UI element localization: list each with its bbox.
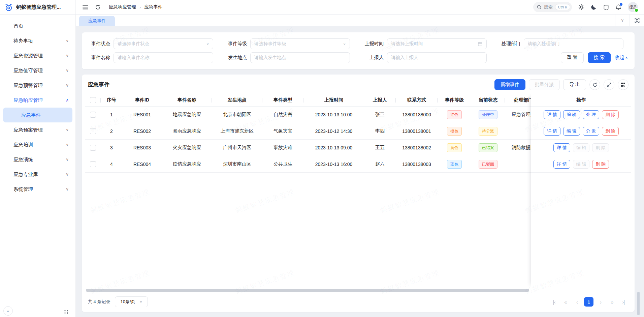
chevron-down-icon: ∨ bbox=[66, 172, 69, 177]
cell-location: 北京市朝阳区 bbox=[212, 107, 262, 123]
cell-time: 2023-10-13 16:00 bbox=[303, 156, 364, 172]
hamburger-icon bbox=[83, 5, 88, 9]
detail-button[interactable]: 详 情 bbox=[553, 143, 570, 152]
sidebar-item-0[interactable]: 首页 bbox=[0, 19, 75, 33]
collapse-filters-link[interactable]: 收起 ∧ bbox=[615, 55, 628, 61]
cell-status: 已结案 bbox=[471, 140, 505, 156]
assign-button[interactable]: 分 派 bbox=[583, 127, 600, 136]
tab-emergency-events[interactable]: 应急事件 bbox=[79, 16, 115, 26]
sidebar-item-5[interactable]: 应急响应管理∧ bbox=[0, 93, 75, 108]
chevron-down-icon: ∨ bbox=[621, 18, 624, 23]
reset-button[interactable]: 重 置 bbox=[561, 52, 584, 63]
select-all-checkbox[interactable] bbox=[90, 97, 96, 103]
report-time-date-picker[interactable]: 请选择上报时间 bbox=[387, 38, 487, 49]
refresh-icon bbox=[592, 82, 598, 87]
page-next-jump[interactable]: » bbox=[608, 297, 616, 306]
cell-seq: 3 bbox=[101, 140, 122, 156]
breadcrumb-separator-icon: › bbox=[139, 5, 141, 10]
event-status-select[interactable]: 请选择事件状态∨ bbox=[114, 38, 213, 49]
reporter-input[interactable]: 请输入上报人 bbox=[387, 52, 487, 63]
row-checkbox-cell bbox=[85, 140, 101, 156]
handle-dept-input[interactable]: 请输入处理部门 bbox=[524, 38, 623, 49]
page-prev[interactable]: ‹ bbox=[573, 297, 581, 306]
dark-mode-button[interactable] bbox=[591, 4, 597, 10]
placeholder-text: 请选择上报时间 bbox=[391, 41, 478, 47]
row-checkbox[interactable] bbox=[90, 112, 96, 118]
tab-maximize-button[interactable] bbox=[630, 15, 644, 26]
global-search-input[interactable]: 搜索 Ctrl K bbox=[533, 2, 572, 12]
column-settings-button[interactable] bbox=[618, 79, 629, 90]
app-title: 蚂蚁智慧应急管理... bbox=[16, 4, 61, 10]
row-checkbox[interactable] bbox=[90, 145, 96, 151]
sidebar-item-label: 应急预警管理 bbox=[13, 82, 66, 89]
settings-button[interactable] bbox=[578, 4, 584, 10]
sidebar-item-11[interactable]: 系统管理∨ bbox=[0, 182, 75, 197]
sidebar-item-2[interactable]: 应急资源管理∨ bbox=[0, 48, 75, 63]
event-location-input[interactable]: 请输入发生地点 bbox=[250, 52, 350, 63]
detail-button[interactable]: 详 情 bbox=[553, 160, 570, 169]
sidebar-subitem-label: 应急事件 bbox=[21, 112, 41, 118]
row-checkbox-cell bbox=[85, 107, 101, 123]
edit-button[interactable]: 编 辑 bbox=[563, 127, 580, 136]
row-checkbox-cell bbox=[85, 156, 101, 172]
table-panel: 应急事件 新增事件 批量分派 导 出 bbox=[82, 75, 635, 312]
sidebar-collapse-button[interactable]: « bbox=[3, 306, 13, 316]
sidebar-item-7[interactable]: 应急预案管理∨ bbox=[0, 122, 75, 137]
row-checkbox[interactable] bbox=[90, 128, 96, 134]
gear-icon bbox=[578, 4, 584, 10]
sidebar-item-3[interactable]: 应急值守管理∨ bbox=[0, 63, 75, 78]
col-phone: 联系方式 bbox=[396, 94, 438, 106]
avatar[interactable]: 理员 bbox=[628, 2, 638, 12]
filter-field-report-time: 上报时间请选择上报时间 bbox=[362, 38, 487, 49]
page-prev-jump[interactable]: « bbox=[561, 297, 570, 306]
event-level-select[interactable]: 请选择事件等级∨ bbox=[250, 38, 350, 49]
sidebar-item-9[interactable]: 应急演练∨ bbox=[0, 152, 75, 167]
delete-button[interactable]: 删 除 bbox=[592, 160, 609, 169]
delete-button[interactable]: 删 除 bbox=[602, 110, 619, 119]
row-actions-4: 详 情编 辑删 除 bbox=[531, 156, 631, 173]
chevron-down-icon: ∨ bbox=[66, 38, 69, 43]
notifications-button[interactable] bbox=[615, 4, 621, 10]
refresh-page-button[interactable] bbox=[95, 4, 101, 10]
cell-level: 橙色 bbox=[438, 123, 471, 139]
row-actions-2: 详 情编 辑分 派删 除 bbox=[531, 123, 631, 140]
sidebar-item-4[interactable]: 应急预警管理∨ bbox=[0, 78, 75, 93]
batch-assign-button[interactable]: 批量分派 bbox=[529, 79, 560, 90]
row-checkbox[interactable] bbox=[90, 161, 96, 167]
horizontal-scrollbar[interactable] bbox=[86, 289, 529, 292]
sidebar-item-label: 应急值守管理 bbox=[13, 67, 66, 74]
menu-toggle-button[interactable] bbox=[83, 5, 88, 9]
process-button[interactable]: 处 理 bbox=[583, 110, 600, 119]
sidebar-item-label: 应急预案管理 bbox=[13, 127, 66, 133]
export-button[interactable]: 导 出 bbox=[563, 79, 586, 90]
cell-level: 黄色 bbox=[438, 140, 471, 156]
table-fullscreen-button[interactable] bbox=[604, 79, 614, 90]
add-event-button[interactable]: 新增事件 bbox=[494, 79, 525, 90]
tab-menu-button[interactable]: ∨ bbox=[615, 15, 630, 26]
page-first[interactable]: |‹ bbox=[550, 297, 558, 306]
vertical-scrollbar[interactable] bbox=[637, 292, 640, 315]
page-current[interactable]: 1 bbox=[584, 297, 593, 307]
search-button[interactable]: 搜 索 bbox=[588, 52, 611, 63]
page-size-select[interactable]: 10条/页 ▼ bbox=[115, 296, 148, 307]
edit-button[interactable]: 编 辑 bbox=[563, 110, 580, 119]
filter-panel: 事件状态请选择事件状态∨事件等级请选择事件等级∨上报时间请选择上报时间处理部门请… bbox=[82, 32, 635, 69]
sidebar-grip-icon[interactable] bbox=[64, 310, 68, 315]
sidebar-item-1[interactable]: 待办事项∨ bbox=[0, 33, 75, 48]
page-last[interactable]: ›| bbox=[619, 297, 628, 306]
table-refresh-button[interactable] bbox=[589, 79, 600, 90]
cell-seq: 1 bbox=[101, 107, 122, 123]
detail-button[interactable]: 详 情 bbox=[544, 127, 560, 136]
page-next[interactable]: › bbox=[596, 297, 605, 306]
sidebar-item-10[interactable]: 应急专业库∨ bbox=[0, 167, 75, 182]
breadcrumb-parent[interactable]: 应急响应管理 bbox=[109, 4, 136, 10]
sidebar-subitem-6[interactable]: 应急事件 bbox=[3, 108, 72, 122]
event-name-input[interactable]: 请输入事件名称 bbox=[114, 52, 213, 63]
filter-label-reporter: 上报人 bbox=[362, 55, 384, 61]
delete-button[interactable]: 删 除 bbox=[602, 127, 619, 136]
sidebar-item-8[interactable]: 应急培训∨ bbox=[0, 137, 75, 152]
detail-button[interactable]: 详 情 bbox=[544, 110, 560, 119]
fullscreen-button[interactable] bbox=[603, 4, 609, 10]
status-badge: 处理中 bbox=[479, 110, 497, 119]
search-icon bbox=[537, 5, 542, 9]
